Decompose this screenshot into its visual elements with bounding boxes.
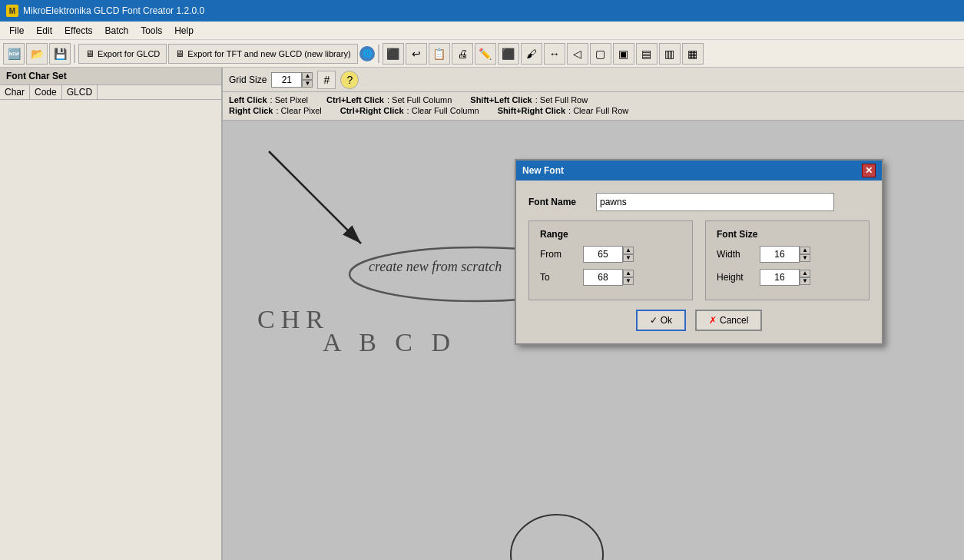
height-label: Height	[717, 272, 755, 283]
svg-text:A B C D: A B C D	[323, 328, 456, 356]
font-size-title: Font Size	[717, 229, 858, 240]
hash-button[interactable]: #	[317, 71, 336, 89]
from-spinner[interactable]: 65 ▲ ▼	[583, 246, 634, 263]
svg-text:CHR: CHR	[257, 305, 330, 333]
dialog-sections: Range From 65 ▲ ▼	[528, 220, 870, 300]
height-spinner[interactable]: 16 ▲ ▼	[760, 269, 810, 286]
hint-left-click-val: : Set Pixel	[270, 95, 309, 104]
hint-right-click-val: : Clear Pixel	[276, 106, 321, 115]
grid-size-spin-buttons: ▲ ▼	[302, 72, 313, 88]
col-glcd[interactable]: GLCD	[62, 85, 98, 99]
to-row: To 68 ▲ ▼	[540, 269, 681, 286]
grid-size-input[interactable]	[271, 72, 302, 88]
menu-help[interactable]: Help	[168, 24, 200, 38]
col-char[interactable]: Char	[0, 85, 30, 99]
to-spinner[interactable]: 68 ▲ ▼	[583, 269, 634, 286]
menu-file[interactable]: File	[3, 24, 30, 38]
ok-button[interactable]: ✓ Ok	[636, 310, 686, 331]
tb-icon-1[interactable]: ⬛	[383, 43, 404, 65]
right-panel: Grid Size ▲ ▼ # ? Left Click : Set Pixel…	[223, 68, 964, 560]
grid-size-spinner[interactable]: ▲ ▼	[271, 72, 313, 88]
to-input[interactable]: 68	[583, 269, 623, 286]
new-button[interactable]: 🆕	[3, 43, 25, 65]
width-up[interactable]: ▲	[800, 247, 810, 254]
to-label: To	[540, 272, 578, 283]
tb-icon-9[interactable]: ◁	[567, 43, 588, 65]
svg-line-0	[269, 151, 361, 244]
dialog-title-bar[interactable]: New Font ✕	[516, 161, 882, 181]
from-down[interactable]: ▼	[623, 254, 634, 262]
height-input[interactable]: 16	[760, 269, 800, 286]
tb-icon-14[interactable]: ▦	[682, 43, 704, 65]
hint-shift-right-val: : Clear Full Row	[568, 106, 628, 115]
tb-icon-8[interactable]: ↔	[544, 43, 565, 65]
width-down[interactable]: ▼	[800, 254, 810, 262]
hint-ctrl-left-key: Ctrl+Left Click	[326, 95, 384, 104]
left-panel-header: Font Char Set	[0, 68, 221, 85]
dialog-body: Font Name pawns Range From 65	[516, 181, 882, 343]
tb-icon-2[interactable]: ↩	[406, 43, 427, 65]
open-button[interactable]: 📂	[26, 43, 48, 65]
hint-ctrl-left: Ctrl+Left Click : Set Full Column	[326, 95, 452, 104]
menu-edit[interactable]: Edit	[30, 24, 58, 38]
export-glcd-button[interactable]: 🖥 Export for GLCD	[78, 44, 167, 64]
annotation-text: create new from scratch	[369, 259, 502, 275]
tb-icon-13[interactable]: ▥	[659, 43, 681, 65]
font-name-row: Font Name pawns	[528, 193, 870, 211]
dialog-close-button[interactable]: ✕	[862, 164, 876, 177]
height-up[interactable]: ▲	[800, 270, 810, 277]
menu-batch[interactable]: Batch	[99, 24, 135, 38]
width-input[interactable]: 16	[760, 246, 800, 263]
left-panel-title: Font Char Set	[6, 71, 67, 81]
tb-icon-12[interactable]: ▤	[636, 43, 658, 65]
toolbar: 🆕 📂 💾 🖥 Export for GLCD 🖥 Export for TFT…	[0, 40, 964, 68]
hint-ctrl-left-val: : Set Full Column	[387, 95, 452, 104]
width-label: Width	[717, 249, 755, 260]
to-up[interactable]: ▲	[623, 270, 634, 277]
tb-icon-11[interactable]: ▣	[613, 43, 634, 65]
toolbar-separator-1	[74, 45, 75, 63]
col-code[interactable]: Code	[30, 85, 62, 99]
app-title: MikroElektronika GLCD Font Creator 1.2.0…	[23, 5, 204, 16]
from-row: From 65 ▲ ▼	[540, 246, 681, 263]
hint-row-1: Left Click : Set Pixel Ctrl+Left Click :…	[229, 95, 958, 104]
grid-size-up[interactable]: ▲	[302, 72, 313, 80]
tb-icon-7[interactable]: 🖌	[521, 43, 542, 65]
from-input[interactable]: 65	[583, 246, 623, 263]
font-size-section: Font Size Width 16 ▲ ▼	[705, 220, 870, 300]
grid-size-down[interactable]: ▼	[302, 80, 313, 88]
help-button[interactable]: ?	[340, 71, 359, 89]
menu-effects[interactable]: Effects	[58, 24, 98, 38]
title-bar: M MikroElektronika GLCD Font Creator 1.2…	[0, 0, 964, 22]
left-panel: Font Char Set Char Code GLCD	[0, 68, 223, 560]
width-spinner[interactable]: 16 ▲ ▼	[760, 246, 810, 263]
hint-shift-right: Shift+Right Click : Clear Full Row	[498, 106, 629, 115]
tb-icon-3[interactable]: 📋	[429, 43, 450, 65]
save-button[interactable]: 💾	[49, 43, 71, 65]
tb-icon-10[interactable]: ▢	[590, 43, 611, 65]
menu-bar: File Edit Effects Batch Tools Help	[0, 22, 964, 40]
hint-shift-left-key: Shift+Left Click	[470, 95, 532, 104]
range-section: Range From 65 ▲ ▼	[528, 220, 693, 300]
hint-ctrl-right: Ctrl+Right Click : Clear Full Column	[340, 106, 479, 115]
height-down[interactable]: ▼	[800, 277, 810, 285]
toolbar-separator-2	[378, 45, 379, 63]
font-name-input[interactable]: pawns	[596, 193, 834, 211]
menu-tools[interactable]: Tools	[134, 24, 168, 38]
cancel-button[interactable]: ✗ Cancel	[695, 310, 762, 331]
export-tft-button[interactable]: 🖥 Export for TFT and new GLCD (new libra…	[168, 44, 357, 64]
hint-ctrl-right-val: : Clear Full Column	[407, 106, 479, 115]
column-headers: Char Code GLCD	[0, 85, 221, 100]
tb-icon-4[interactable]: 🖨	[452, 43, 473, 65]
tb-icon-6[interactable]: ⬛	[498, 43, 519, 65]
cancel-x: ✗	[709, 315, 717, 326]
tb-icon-5[interactable]: ✏️	[475, 43, 496, 65]
svg-point-5	[511, 515, 603, 560]
web-button[interactable]: 🌐	[359, 46, 375, 61]
hint-shift-left-val: : Set Full Row	[535, 95, 588, 104]
font-name-label: Font Name	[528, 197, 590, 207]
to-down[interactable]: ▼	[623, 277, 634, 285]
from-up[interactable]: ▲	[623, 247, 634, 254]
canvas-area[interactable]: CHR A B C D create new from scratch New …	[223, 121, 964, 560]
height-row: Height 16 ▲ ▼	[717, 269, 858, 286]
